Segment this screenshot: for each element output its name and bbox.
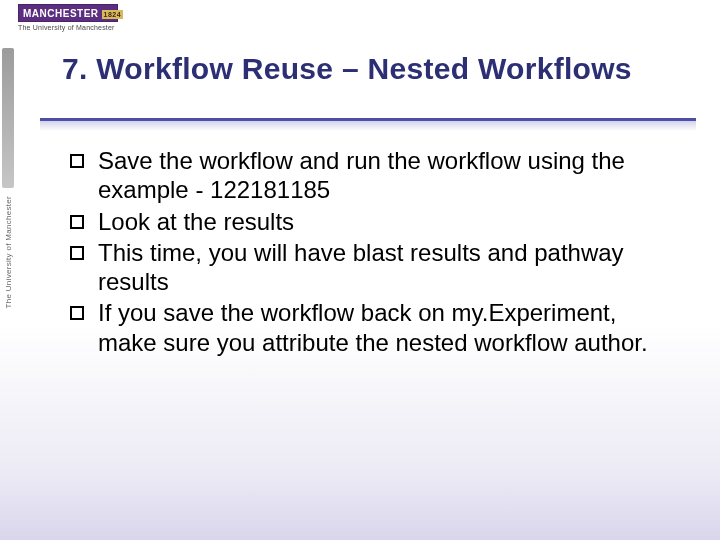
side-decorative-image (2, 48, 14, 188)
bullet-text: If you save the workflow back on my.Expe… (98, 299, 648, 355)
bullet-text: Look at the results (98, 208, 294, 235)
bullet-list: Save the workflow and run the workflow u… (70, 146, 660, 357)
logo-year: 1824 (102, 10, 124, 19)
side-vertical-text: The University of Manchester (4, 196, 13, 308)
university-logo: MANCHESTER 1824 The University of Manche… (18, 4, 118, 31)
bullet-text: Save the workflow and run the workflow u… (98, 147, 625, 203)
logo-subtitle: The University of Manchester (18, 24, 118, 31)
bullet-text: This time, you will have blast results a… (98, 239, 624, 295)
list-item: If you save the workflow back on my.Expe… (70, 298, 660, 357)
logo-text: MANCHESTER (23, 8, 99, 19)
list-item: Look at the results (70, 207, 660, 236)
list-item: Save the workflow and run the workflow u… (70, 146, 660, 205)
title-area: 7. Workflow Reuse – Nested Workflows (62, 52, 692, 104)
side-strip: The University of Manchester (0, 48, 16, 348)
slide-title: 7. Workflow Reuse – Nested Workflows (62, 52, 692, 104)
slide-body: Save the workflow and run the workflow u… (70, 146, 660, 359)
list-item: This time, you will have blast results a… (70, 238, 660, 297)
title-underline (40, 118, 696, 126)
logo-badge: MANCHESTER 1824 (18, 4, 118, 22)
